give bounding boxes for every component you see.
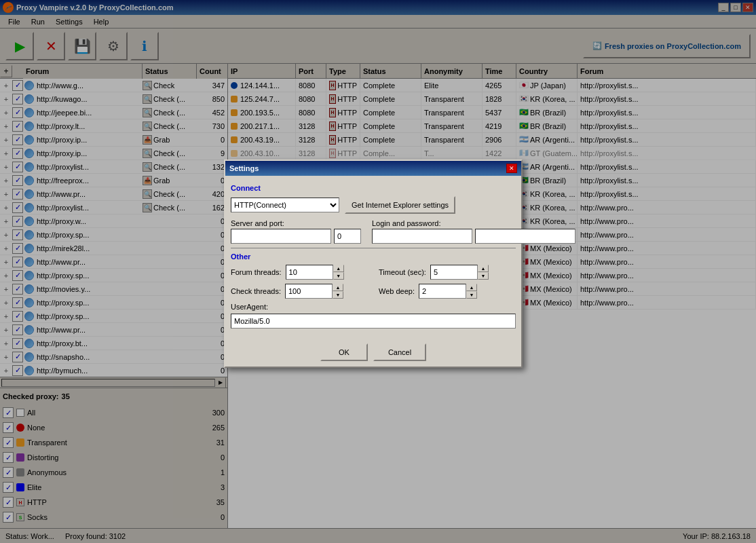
server-input[interactable] — [231, 229, 331, 244]
timeout-down-button[interactable]: ▼ — [478, 272, 489, 280]
other-section-label: Other — [231, 252, 516, 261]
check-threads-spinner: ▲ ▼ — [285, 284, 343, 299]
login-input[interactable] — [372, 229, 472, 244]
forum-threads-down-button[interactable]: ▼ — [333, 272, 344, 280]
settings-modal: Settings ✕ Connect HTTP(Connect) HTTP SO… — [224, 160, 523, 368]
modal-title-bar: Settings ✕ — [225, 161, 521, 176]
cancel-button[interactable]: Cancel — [373, 343, 426, 361]
connect-section-label: Connect — [231, 184, 516, 192]
check-threads-up-button[interactable]: ▲ — [333, 284, 343, 291]
forum-threads-up-button[interactable]: ▲ — [333, 265, 344, 272]
check-threads-label: Check threads: — [231, 287, 281, 295]
get-ie-settings-button[interactable]: Get Internet Explorer settings — [345, 196, 455, 214]
threads-timeout-row: Forum threads: ▲ ▼ Timeout (sec): — [231, 265, 516, 280]
web-deep-label: Web deep: — [379, 287, 415, 295]
server-port-label: Server and port: — [231, 219, 361, 227]
server-port-row: Server and port: Login and password: — [231, 219, 516, 244]
connect-row: HTTP(Connect) HTTP SOCKS4 SOCKS5 Get Int… — [231, 196, 516, 214]
forum-threads-label: Forum threads: — [231, 268, 282, 276]
check-webdeep-row: Check threads: ▲ ▼ Web deep: ▲ — [231, 284, 516, 299]
modal-body: Connect HTTP(Connect) HTTP SOCKS4 SOCKS5… — [225, 176, 521, 338]
web-deep-up-button[interactable]: ▲ — [466, 284, 477, 291]
timeout-spinner: ▲ ▼ — [430, 265, 489, 280]
section-divider — [231, 248, 516, 248]
check-threads-down-button[interactable]: ▼ — [333, 291, 343, 299]
timeout-up-button[interactable]: ▲ — [478, 265, 489, 272]
modal-overlay: Settings ✕ Connect HTTP(Connect) HTTP SO… — [0, 0, 756, 543]
web-deep-spinner: ▲ ▼ — [419, 284, 477, 299]
ok-button[interactable]: OK — [320, 343, 368, 361]
port-input[interactable] — [334, 229, 361, 244]
login-password-label: Login and password: — [372, 219, 575, 227]
timeout-input[interactable] — [430, 265, 478, 280]
timeout-label: Timeout (sec): — [379, 268, 426, 276]
forum-threads-input[interactable] — [286, 265, 333, 280]
modal-title: Settings — [229, 164, 259, 172]
web-deep-input[interactable] — [419, 284, 466, 299]
check-threads-input[interactable] — [285, 284, 333, 299]
forum-threads-spinner: ▲ ▼ — [286, 265, 344, 280]
modal-footer: OK Cancel — [225, 338, 521, 367]
modal-close-button[interactable]: ✕ — [506, 164, 517, 173]
connection-type-select[interactable]: HTTP(Connect) HTTP SOCKS4 SOCKS5 — [231, 198, 339, 212]
useragent-input[interactable] — [231, 314, 516, 329]
web-deep-down-button[interactable]: ▼ — [466, 291, 477, 299]
password-input[interactable] — [475, 229, 575, 244]
useragent-label: UserAgent: — [231, 303, 516, 311]
